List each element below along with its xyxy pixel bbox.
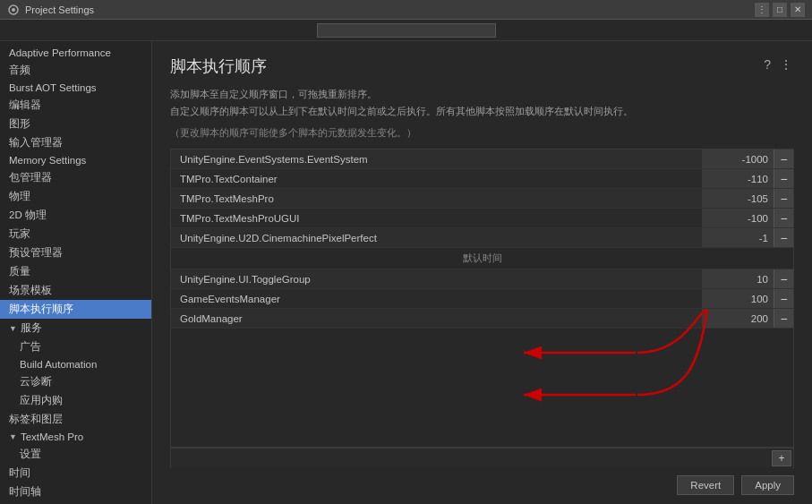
sidebar-section-services: ▼ 服务 [0,319,151,337]
script-name: GoldManager [171,313,702,324]
sidebar-item-ads[interactable]: 广告 [0,337,151,356]
maximize-btn[interactable]: □ [773,3,787,17]
sidebar-item-audio[interactable]: 音频 [0,61,151,80]
searchbar [0,20,812,41]
titlebar-title: Project Settings [25,4,755,15]
sidebar-item-build-automation[interactable]: Build Automation [0,356,151,372]
remove-script-btn[interactable]: − [774,269,793,288]
bottom-controls: Revert Apply [170,468,794,495]
description-line1: 添加脚本至自定义顺序窗口，可拖拽重新排序。 [170,86,794,103]
remove-script-btn[interactable]: − [774,189,793,208]
add-row-bar: + [170,448,794,468]
sidebar-item-graphics[interactable]: 图形 [0,115,151,133]
sidebar: Adaptive Performance 音频 Burst AOT Settin… [0,41,152,504]
table-row: GameEventsManager 100 − [171,289,793,309]
content-area: 脚本执行顺序 ? ⋮ 添加脚本至自定义顺序窗口，可拖拽重新排序。 自定义顺序的脚… [152,41,812,504]
sidebar-item-preset-manager[interactable]: 预设管理器 [0,243,151,262]
titlebar-icon [7,4,20,16]
sidebar-item-script-execution-order[interactable]: 脚本执行顺序 [0,300,151,319]
main-layout: Adaptive Performance 音频 Burst AOT Settin… [0,41,812,504]
remove-script-btn[interactable]: − [774,169,793,188]
script-name: TMPro.TextMeshPro [171,193,702,204]
sidebar-item-quality[interactable]: 质量 [0,262,151,281]
remove-script-btn[interactable]: − [774,209,793,227]
sidebar-item-cloud-diagnostics[interactable]: 云诊断 [0,372,151,391]
search-input[interactable] [317,23,496,38]
remove-script-btn[interactable]: − [774,289,793,308]
triangle-icon-2: ▼ [9,432,17,441]
script-name: UnityEngine.U2D.CinemachinePixelPerfect [171,233,702,243]
sidebar-item-textmesh-settings[interactable]: 设置 [0,445,151,464]
default-time-label: 默认时间 [171,248,793,269]
script-value: -105 [702,189,774,208]
sidebar-item-tags-layers[interactable]: 标签和图层 [0,410,151,429]
sidebar-item-burst-aot[interactable]: Burst AOT Settings [0,80,151,96]
script-value: -100 [702,209,774,227]
script-name: TMPro.TextMeshProUGUI [171,213,702,224]
script-value: 10 [702,269,774,288]
sidebar-item-physics-2d[interactable]: 2D 物理 [0,206,151,225]
table-row: UnityEngine.EventSystems.EventSystem -10… [171,149,793,169]
script-name: UnityEngine.EventSystems.EventSystem [171,154,702,165]
sidebar-item-iap[interactable]: 应用内购 [0,391,151,410]
remove-script-btn[interactable]: − [774,228,793,247]
table-row: UnityEngine.UI.ToggleGroup 10 − [171,269,793,289]
sidebar-item-package-manager[interactable]: 包管理器 [0,168,151,187]
table-row: TMPro.TextMeshProUGUI -100 − [171,209,793,228]
titlebar-controls: ⋮ □ ✕ [755,3,805,17]
triangle-icon: ▼ [9,324,17,333]
sidebar-item-editor[interactable]: 编辑器 [0,96,151,115]
script-name: GameEventsManager [171,294,702,304]
remove-script-btn[interactable]: − [774,309,793,328]
remove-script-btn[interactable]: − [774,149,793,168]
sidebar-item-input-manager[interactable]: 输入管理器 [0,133,151,152]
more-options-btn[interactable]: ⋮ [755,3,769,17]
script-value: -1000 [702,149,774,168]
script-table: UnityEngine.EventSystems.EventSystem -10… [170,149,794,448]
script-value: 200 [702,309,774,328]
description-line2: 自定义顺序的脚本可以从上到下在默认时间之前或之后执行。所有其他脚本按照加载顺序在… [170,103,794,120]
description-block: 添加脚本至自定义顺序窗口，可拖拽重新排序。 自定义顺序的脚本可以从上到下在默认时… [170,86,794,119]
table-row: UnityEngine.U2D.CinemachinePixelPerfect … [171,228,793,248]
table-row: TMPro.TextContainer -110 − [171,169,793,189]
add-script-btn[interactable]: + [772,450,791,466]
sidebar-item-player[interactable]: 玩家 [0,225,151,243]
note-block: （更改脚本的顺序可能使多个脚本的元数据发生变化。） [170,126,794,140]
script-name: TMPro.TextContainer [171,174,702,184]
script-name: UnityEngine.UI.ToggleGroup [171,274,702,285]
script-value: -1 [702,228,774,247]
sidebar-item-time[interactable]: 时间 [0,464,151,483]
content-header: 脚本执行顺序 ? ⋮ [170,56,794,77]
help-icon-btn[interactable]: ? [762,56,773,73]
table-row: TMPro.TextMeshPro -105 − [171,189,793,209]
sidebar-section-textmesh: ▼ TextMesh Pro [0,429,151,445]
apply-button[interactable]: Apply [741,475,794,495]
sidebar-item-scene-template[interactable]: 场景模板 [0,281,151,300]
close-btn[interactable]: ✕ [791,3,805,17]
page-title: 脚本执行顺序 [170,56,267,77]
more-icon-btn[interactable]: ⋮ [778,56,794,73]
svg-point-1 [12,8,15,12]
header-icons: ? ⋮ [762,56,794,73]
titlebar: Project Settings ⋮ □ ✕ [0,0,812,20]
table-row: GoldManager 200 − [171,309,793,329]
sidebar-item-memory-settings[interactable]: Memory Settings [0,152,151,168]
revert-button[interactable]: Revert [677,475,734,495]
sidebar-item-adaptive-performance[interactable]: Adaptive Performance [0,45,151,61]
script-value: 100 [702,289,774,308]
sidebar-item-timeline[interactable]: 时间轴 [0,483,151,501]
script-value: -110 [702,169,774,188]
sidebar-item-physics[interactable]: 物理 [0,187,151,206]
